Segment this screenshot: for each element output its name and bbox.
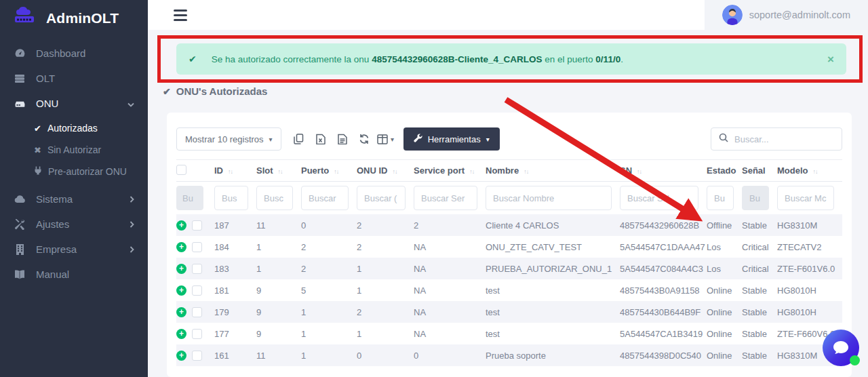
row-add-button[interactable]: + [176,329,186,339]
show-entries-select[interactable]: Mostrar 10 registros ▾ [176,127,281,151]
cell-puerto: 2 [301,258,357,279]
table-row: +183121NAPRUEBA_AUTORIZAR_ONU_15A544547C… [176,258,842,279]
header-onu-id[interactable]: ONU ID↑↓ [357,160,414,182]
cell-modelo: HG8010H [777,301,842,323]
cell-estado: Online [707,301,742,323]
row-add-button[interactable]: + [176,220,186,231]
sidebar-item-sin-autorizar[interactable]: ✖ Sin Autorizar [0,139,148,161]
building-icon [14,244,26,255]
filter-onu-id[interactable] [357,186,406,210]
cell-slot: 1 [256,258,301,279]
header-modelo[interactable]: Modelo↑↓ [777,160,842,182]
sidebar-item-olt[interactable]: OLT [0,66,148,91]
header-puerto[interactable]: Puerto↑↓ [301,160,357,182]
gauge-icon [14,47,26,59]
tools-icon [14,219,26,230]
tools-dropdown-button[interactable]: Herramientas ▾ [403,127,500,151]
sidebar-item-pre-autorizar[interactable]: Pre-autorizar ONU [0,161,148,182]
filter-id[interactable] [214,186,248,210]
sort-icon: ↑↓ [469,168,474,175]
row-select-cell: + [176,214,214,236]
cell-onu_id: 1 [357,323,414,344]
sidebar-item-sistema[interactable]: Sistema [0,186,148,212]
cell-service_port: NA [414,236,486,258]
filter-modelo[interactable] [777,186,834,210]
user-menu[interactable]: soporte@adminolt.com [705,0,868,30]
sidebar-nav: Dashboard OLT ONU ✔ Autori [0,41,148,287]
filter-puerto[interactable] [301,186,349,210]
filter-estado[interactable] [707,186,734,210]
table-header-row: ID↑↓ Slot↑↓ Puerto↑↓ ONU ID↑↓ Service po… [176,160,842,182]
cell-senal: Stable [742,323,777,344]
brand-logo-icon [12,7,39,30]
row-add-button[interactable]: + [176,351,186,361]
row-add-button[interactable]: + [176,264,186,274]
cell-service_port: NA [414,279,486,301]
header-slot[interactable]: Slot↑↓ [256,160,301,182]
show-entries-label: Mostrar 10 registros [185,134,264,144]
cell-nombre: ONU_ZTE_CATV_TEST [486,236,620,258]
filter-nombre[interactable] [486,186,612,210]
header-nombre[interactable]: Nombre↑↓ [486,160,620,182]
onu-table: ID↑↓ Slot↑↓ Puerto↑↓ ONU ID↑↓ Service po… [176,159,842,366]
cell-modelo: ZTECATV2 [777,236,842,258]
caret-down-icon: ▾ [269,136,273,143]
row-add-button[interactable]: + [176,242,186,252]
sidebar-item-ajustes[interactable]: Ajustes [0,212,148,237]
filter-slot[interactable] [256,186,293,210]
cell-estado: Online [707,344,742,366]
search-input[interactable] [734,134,834,144]
text-file-icon[interactable] [332,129,353,149]
refresh-icon[interactable] [353,129,375,149]
cell-onu_id: 2 [357,214,414,236]
cell-sn: 5A544547C1DAAA47 [620,236,707,258]
row-checkbox[interactable] [192,242,202,252]
cell-estado: Online [707,323,742,344]
row-select-cell: + [176,323,214,344]
sidebar-item-label: Pre-autorizar ONU [48,166,127,177]
row-checkbox[interactable] [192,329,202,339]
row-checkbox[interactable] [192,285,202,296]
row-add-button[interactable]: + [176,285,186,296]
chat-launcher-button[interactable] [823,330,859,366]
chevron-right-icon [130,243,134,255]
sort-icon: ↑↓ [637,168,642,175]
header-estado[interactable]: Estado [707,160,742,182]
header-senal[interactable]: Señal [742,160,777,182]
sidebar-item-empresa[interactable]: Empresa [0,237,148,262]
row-checkbox[interactable] [192,220,202,231]
row-checkbox[interactable] [192,351,202,361]
column-visibility-button[interactable]: ▾ [375,129,397,149]
table-row: +184122NAONU_ZTE_CATV_TEST5A544547C1DAAA… [176,236,842,258]
alert-port: 0/11/0 [595,54,620,64]
sidebar-item-manual[interactable]: Manual [0,262,148,287]
row-checkbox[interactable] [192,264,202,274]
sidebar-item-onu[interactable]: ONU [0,91,148,116]
row-select-cell: + [176,236,214,258]
excel-file-icon[interactable] [310,129,332,149]
cell-puerto: 1 [301,301,357,323]
cell-sn: 5A544547C084A4C3 [620,258,707,279]
table-row: +179912NAtest485754430B644B9FOnlineStabl… [176,301,842,323]
table-search [711,127,842,151]
copy-icon[interactable] [288,129,310,149]
header-service-port[interactable]: Service port↑↓ [414,160,486,182]
sidebar-item-dashboard[interactable]: Dashboard [0,41,148,66]
alert-onu-name: 485754432960628B-Cliente_4_CARLOS [372,54,542,64]
row-checkbox[interactable] [192,307,202,317]
cell-estado: Offline [707,214,742,236]
server-icon [14,73,26,84]
close-icon[interactable]: × [827,54,834,65]
header-id[interactable]: ID↑↓ [214,160,256,182]
cell-onu_id: 2 [357,301,414,323]
brand-name: AdminOLT [46,10,119,26]
menu-toggle-button[interactable] [174,9,187,21]
filter-sn[interactable] [620,186,698,210]
header-sn[interactable]: SN↑↓ [620,160,707,182]
sidebar-item-autorizadas[interactable]: ✔ Autorizadas [0,117,148,139]
row-select-cell: + [176,279,214,301]
filter-service-port[interactable] [414,186,477,210]
row-add-button[interactable]: + [176,307,186,317]
tools-button-label: Herramientas [428,134,481,144]
select-all-checkbox[interactable] [176,165,186,175]
